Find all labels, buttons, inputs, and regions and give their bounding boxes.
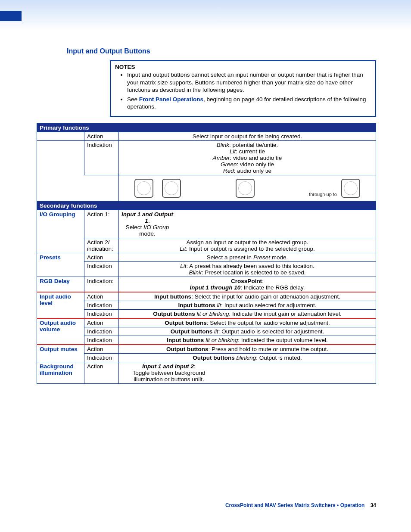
phys-button-icon [134,179,153,198]
text: Output buttons [165,320,206,326]
text: lit [212,328,218,335]
page-number: 34 [371,502,376,508]
notes-box: NOTES Input and output buttons cannot se… [110,60,376,117]
presets-action: Select a preset in Preset mode. [119,253,376,261]
output-mutes-label: Output mutes [37,345,84,362]
primary-indication: Blink: potential tie/untie. Lit: current… [119,140,376,175]
indication-label: Indication [84,309,119,318]
io-grouping-a1: Input 1 and Output 1: Select I/O Group m… [119,210,376,238]
text: : Output is muted. [256,355,302,361]
text: : potential tie/untie. [229,142,278,148]
text: : Indicate the RGB delay. [240,284,305,291]
text: : Select the output for audio volume adj… [207,320,330,326]
action-label: Action [84,345,119,354]
text: : Press and hold to mute or unmute the o… [209,346,328,352]
indication-label: Indication [84,301,119,309]
text: Blink [217,142,229,148]
ia-ind1: Input buttons lit: Input audio selected … [119,301,376,309]
ov-ind2: Input buttons lit or blinking: Indicated… [119,336,376,345]
text: : Input or output is assigned to the sel… [186,246,314,252]
indication-label: Indication: [84,277,119,292]
notes-item: See Front Panel Operations, beginning on… [127,96,371,111]
phys-button-icon [236,179,255,198]
page-content: Input and Output Buttons NOTES Input and… [37,47,376,384]
text: : Indicated the output volume level. [238,337,328,343]
notes-title: NOTES [115,64,371,70]
ia-ind2: Output buttons lit or blinking: Indicate… [119,309,376,318]
text: : current tie [236,148,265,155]
secondary-header: Secondary functions [37,201,376,210]
page-footer: CrossPoint and MAV Series Matrix Switche… [37,502,376,508]
rgb-delay-label: RGB Delay [37,277,84,292]
text: : video only tie [237,161,274,168]
io-grouping-label: I/O Grouping [37,210,84,253]
om-ind: Output buttons blinking: Output is muted… [119,353,376,362]
indication-label: Indication [84,140,119,175]
text: mode. [139,230,156,237]
background-illum-label: Background illumination [37,362,84,383]
indication-label: Indication [84,353,119,362]
text: Lit [180,263,186,269]
text: : Preset location is selected to be save… [202,269,306,276]
blank-cell [37,140,84,175]
text: Green [221,161,237,168]
text: Lit [180,246,186,252]
text: Input 1 through 10 [190,284,241,291]
front-panel-link[interactable]: Front Panel Operations [139,96,203,103]
text: lit or blinking [195,311,229,317]
text: Preset [253,254,270,261]
indication-label: Indication [84,327,119,336]
text: Input 1 and Output 1 [121,211,173,224]
text: Select [126,224,143,230]
accent-bar [0,11,22,21]
text: : Input audio selected for adjustment. [221,302,316,308]
text: : [194,363,196,370]
action-label: Action [84,253,119,261]
blank-cell [37,132,84,140]
text: mode. [270,254,288,261]
primary-action-text: Select input or output for tie being cre… [119,132,376,140]
action-label: Action [84,362,119,383]
action-label: Action [84,132,119,140]
text: : [262,278,264,284]
text: : [148,218,150,224]
notes-item: Input and output buttons cannot select a… [127,71,371,94]
text: Output buttons [153,311,195,317]
presets-label: Presets [37,253,84,277]
through-label: through up to [309,192,337,197]
text: Lit [230,148,236,155]
text: : Output audio is selected for adjustmen… [218,328,324,335]
text: Input and output buttons cannot select a… [127,72,363,93]
text: lit [215,302,221,308]
presets-indication: Lit: A preset has already been saved to … [119,261,376,277]
indication-label: Indication [84,261,119,277]
indication-label: Indication [84,336,119,345]
blank-cell [37,175,119,201]
section-heading: Input and Output Buttons [67,47,376,55]
ov-ind1: Output buttons lit: Output audio is sele… [119,327,376,336]
text: Toggle between background illumination o… [133,370,206,383]
text: lit or blinking [204,337,238,343]
action2-label: Action 2/ indication: [84,238,119,253]
action1-label: Action 1: [84,210,119,238]
text: Input 1 and Input 2 [142,363,194,370]
text: : Indicate the input gain or attenuation… [229,311,342,317]
input-audio-label: Input audio level [37,292,84,318]
action-label: Action [84,318,119,327]
text: Assign an input or output to the selecte… [121,239,373,246]
text: Amber [213,155,230,161]
om-action: Output buttons: Press and hold to mute o… [119,345,376,354]
text: : A preset has already been saved to thi… [187,263,314,269]
primary-header: Primary functions [37,123,376,132]
top-gradient [0,0,411,30]
phys-button-icon [162,179,181,198]
footer-text: CrossPoint and MAV Series Matrix Switche… [225,502,364,508]
text: Blink [189,269,202,276]
text: Input buttons [167,337,204,343]
button-illustration: through up to [119,175,376,201]
text: See [127,96,139,103]
functions-table: Primary functions Action Select input or… [37,123,376,384]
action-label: Action [84,292,119,301]
text: : audio only tie [234,168,271,174]
text: Output buttons [193,355,234,361]
